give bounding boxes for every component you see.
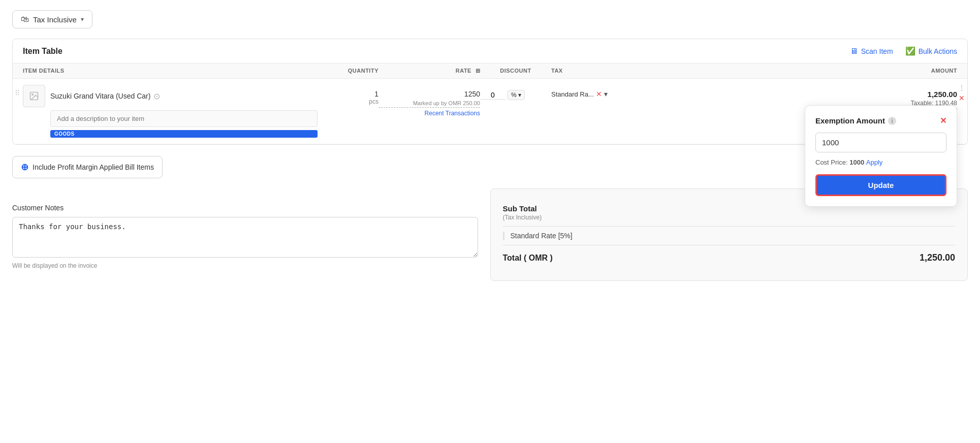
scan-item-label: Scan Item xyxy=(861,47,893,55)
plus-circle-icon: ⊕ xyxy=(21,162,28,173)
item-description-input[interactable] xyxy=(50,110,318,127)
bulk-actions-icon: ✅ xyxy=(905,46,915,56)
row-more-icon[interactable]: ⋮ xyxy=(958,84,965,92)
exemption-update-button[interactable]: Update xyxy=(815,174,946,196)
col-item-details: Item Details xyxy=(23,68,318,74)
quantity-cell: 1 pcs xyxy=(318,85,378,105)
col-tax: Tax xyxy=(551,68,643,74)
rate-value[interactable]: 1250 xyxy=(378,90,480,98)
tax-rate-row: Standard Rate [5%] xyxy=(503,227,956,245)
info-icon: i xyxy=(888,117,896,125)
popup-close-button[interactable]: ✕ xyxy=(940,116,946,125)
notes-hint: Will be displayed on the invoice xyxy=(12,262,478,269)
amount-value: 1,250.00 xyxy=(643,90,957,99)
customer-notes-label: Customer Notes xyxy=(12,204,478,212)
grand-total-row: Total ( OMR ) 1,250.00 xyxy=(503,245,956,270)
tax-dropdown-label: Tax Inclusive xyxy=(33,15,77,24)
rate-cell: 1250 Marked up by OMR 250.00 Recent Tran… xyxy=(378,85,480,117)
tax-label: Standard Ra... xyxy=(551,90,594,98)
col-rate: RATE ⊞ xyxy=(378,68,480,74)
discount-input[interactable] xyxy=(480,91,505,100)
grand-total-label: Total ( OMR ) xyxy=(503,254,553,263)
subtotal-sublabel: (Tax Inclusive) xyxy=(503,214,542,221)
tax-cell: Standard Ra... ✕ ▾ xyxy=(551,85,643,98)
bulk-actions-label: Bulk Actions xyxy=(919,47,957,55)
item-table-header: Item Table 🖥 Scan Item ✅ Bulk Actions xyxy=(13,39,967,64)
drag-handle-icon[interactable]: ⠿ xyxy=(15,89,20,97)
customer-notes-panel: Customer Notes Thanks for your business.… xyxy=(12,188,490,281)
popup-cost-price: Cost Price: 1000 Apply xyxy=(815,159,946,166)
col-discount: Discount xyxy=(480,68,551,74)
rate-settings-icon[interactable]: ⊞ xyxy=(476,68,481,74)
tax-rate-label: Standard Rate [5%] xyxy=(503,232,573,240)
item-options-icon[interactable]: ⊙ xyxy=(153,91,160,101)
tax-remove-icon[interactable]: ✕ xyxy=(596,90,602,98)
customer-notes-textarea[interactable]: Thanks for your business. xyxy=(12,217,478,258)
rate-markup: Marked up by OMR 250.00 xyxy=(378,100,480,108)
item-details-cell: Suzuki Grand Vitara (Used Car) ⊙ GOODS xyxy=(23,85,318,138)
grand-total-value: 1,250.00 xyxy=(920,252,955,263)
goods-badge: GOODS xyxy=(50,130,318,138)
row-delete-icon[interactable]: ✕ xyxy=(959,94,965,102)
discount-type-button[interactable]: % ▾ xyxy=(508,90,525,100)
item-table-section: Item Table 🖥 Scan Item ✅ Bulk Actions It… xyxy=(12,39,968,145)
recent-transactions-link[interactable]: Recent Transactions xyxy=(378,110,480,117)
subtotal-label: Sub Total xyxy=(503,204,542,213)
item-image xyxy=(23,85,45,107)
exemption-popup: Exemption Amount i ✕ Cost Price: 1000 Ap… xyxy=(805,105,957,207)
scan-icon: 🖥 xyxy=(850,47,858,56)
row-actions: ⋮ ✕ xyxy=(958,84,965,102)
quantity-unit: pcs xyxy=(318,98,378,105)
header-actions: 🖥 Scan Item ✅ Bulk Actions xyxy=(850,46,957,56)
include-profit-label: Include Profit Margin Applied Bill Items xyxy=(33,163,154,171)
tax-inclusive-dropdown[interactable]: 🛍 Tax Inclusive ▾ xyxy=(12,10,92,28)
include-profit-margin-button[interactable]: ⊕ Include Profit Margin Applied Bill Ite… xyxy=(12,156,163,178)
chevron-down-icon: ▾ xyxy=(81,16,84,23)
table-column-headers: Item Details Quantity RATE ⊞ Discount Ta… xyxy=(13,64,967,79)
quantity-value[interactable]: 1 xyxy=(318,90,378,98)
svg-point-1 xyxy=(32,94,34,96)
item-name: Suzuki Grand Vitara (Used Car) xyxy=(50,92,150,100)
bag-icon: 🛍 xyxy=(21,15,29,24)
popup-title: Exemption Amount i xyxy=(815,116,896,125)
col-amount: Amount xyxy=(643,68,957,74)
col-quantity: Quantity xyxy=(318,68,378,74)
bulk-actions-button[interactable]: ✅ Bulk Actions xyxy=(905,46,957,56)
discount-cell: % ▾ xyxy=(480,85,551,100)
popup-header: Exemption Amount i ✕ xyxy=(815,116,946,125)
tax-dropdown-icon[interactable]: ▾ xyxy=(604,90,608,98)
scan-item-button[interactable]: 🖥 Scan Item xyxy=(850,47,893,56)
apply-cost-price-link[interactable]: Apply xyxy=(866,159,883,166)
item-table-title: Item Table xyxy=(23,47,62,56)
exemption-amount-input[interactable] xyxy=(815,133,946,152)
